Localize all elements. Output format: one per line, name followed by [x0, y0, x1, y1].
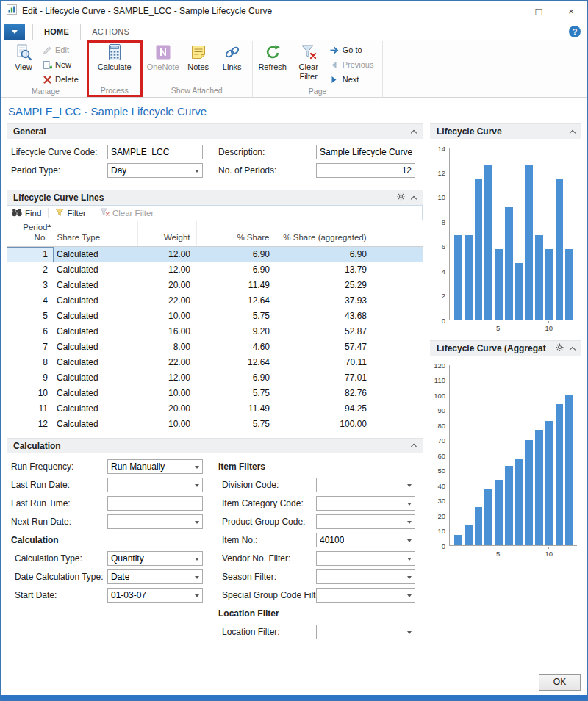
- start-date-field[interactable]: 01-03-07: [107, 588, 203, 603]
- dropdown-arrow-icon[interactable]: [195, 521, 199, 526]
- filter-button[interactable]: Filter: [55, 208, 86, 218]
- lifecycle-curve-code-field[interactable]: SAMPLE_LCC: [107, 145, 203, 159]
- table-cell[interactable]: 77.01: [276, 370, 373, 386]
- table-row[interactable]: 12Calculated10.005.75100.00: [7, 417, 423, 432]
- tab-home[interactable]: HOME: [32, 24, 81, 40]
- table-cell[interactable]: 16.00: [137, 324, 196, 339]
- dropdown-arrow-icon[interactable]: [195, 576, 199, 581]
- column-header-share-type[interactable]: Share Type: [54, 221, 137, 246]
- table-cell[interactable]: 12.00: [137, 262, 196, 278]
- column-header-period-no[interactable]: Period No.: [7, 221, 54, 246]
- help-icon[interactable]: ?: [569, 26, 581, 37]
- table-cell[interactable]: 10: [7, 386, 54, 401]
- dropdown-arrow-icon[interactable]: [407, 594, 412, 600]
- dropdown-arrow-icon[interactable]: [407, 539, 412, 544]
- no-of-periods-field[interactable]: 12: [316, 163, 415, 178]
- table-cell[interactable]: 5: [7, 309, 54, 324]
- table-cell[interactable]: 43.68: [276, 309, 373, 324]
- table-cell[interactable]: 10.00: [137, 417, 196, 432]
- table-cell[interactable]: 94.25: [276, 401, 373, 417]
- table-row[interactable]: 11Calculated20.0011.4994.25: [7, 401, 423, 417]
- table-cell[interactable]: 10.00: [137, 309, 196, 324]
- dropdown-arrow-icon[interactable]: [407, 576, 412, 581]
- description-field[interactable]: Sample Lifecycle Curve: [316, 145, 415, 159]
- table-cell[interactable]: 12.00: [137, 370, 196, 386]
- tab-actions[interactable]: ACTIONS: [81, 24, 140, 40]
- onenote-button[interactable]: OneNote: [145, 41, 182, 72]
- table-cell[interactable]: 5.75: [196, 417, 276, 432]
- dropdown-arrow-icon[interactable]: [195, 170, 199, 175]
- table-cell[interactable]: 11.49: [196, 401, 276, 417]
- calculation-type-field[interactable]: Quantity: [107, 551, 203, 566]
- table-row[interactable]: 5Calculated10.005.7543.68: [7, 309, 423, 324]
- section-lines-header[interactable]: Lifecycle Curve Lines: [7, 190, 423, 205]
- table-cell[interactable]: 52.87: [276, 324, 373, 339]
- table-cell[interactable]: 20.00: [137, 278, 196, 293]
- section-calculation-header[interactable]: Calculation: [7, 438, 423, 453]
- table-cell[interactable]: Calculated: [54, 355, 137, 370]
- table-cell[interactable]: 100.00: [276, 417, 373, 432]
- maximize-button[interactable]: □: [523, 1, 555, 21]
- dropdown-arrow-icon[interactable]: [407, 631, 412, 636]
- table-cell[interactable]: 4: [7, 293, 54, 309]
- table-cell[interactable]: Calculated: [54, 324, 137, 339]
- table-row[interactable]: 4Calculated22.0012.6437.93: [7, 293, 423, 309]
- table-cell[interactable]: 5.75: [196, 386, 276, 401]
- table-cell[interactable]: 6.90: [196, 246, 276, 262]
- item-category-code-field[interactable]: [316, 496, 415, 511]
- table-cell[interactable]: Calculated: [54, 293, 137, 309]
- table-cell[interactable]: 70.11: [276, 355, 373, 370]
- chart-aggregated-header[interactable]: Lifecycle Curve (Aggregat: [430, 340, 581, 356]
- table-cell[interactable]: 9.20: [196, 324, 276, 339]
- refresh-button[interactable]: Refresh: [256, 41, 290, 72]
- table-row[interactable]: 6Calculated16.009.2052.87: [7, 324, 423, 339]
- table-cell[interactable]: Calculated: [54, 401, 137, 417]
- collapse-chevron-icon[interactable]: [411, 444, 417, 450]
- column-header-weight[interactable]: Weight: [137, 221, 196, 246]
- table-cell[interactable]: 6.90: [196, 370, 276, 386]
- table-cell[interactable]: 57.47: [276, 339, 373, 355]
- collapse-chevron-icon[interactable]: [411, 195, 417, 201]
- previous-button[interactable]: Previous: [328, 58, 380, 71]
- table-cell[interactable]: 10.00: [137, 386, 196, 401]
- find-button[interactable]: Find: [12, 208, 41, 218]
- table-cell[interactable]: 3: [7, 278, 54, 293]
- table-cell[interactable]: 7: [7, 339, 54, 355]
- table-cell[interactable]: 1: [7, 246, 54, 262]
- dropdown-arrow-icon[interactable]: [407, 558, 412, 563]
- next-run-date-field[interactable]: [107, 514, 203, 529]
- last-run-date-field[interactable]: [107, 478, 203, 492]
- table-cell[interactable]: 8.00: [137, 339, 196, 355]
- table-cell[interactable]: Calculated: [54, 417, 137, 432]
- item-no-field[interactable]: 40100: [316, 533, 415, 547]
- table-row[interactable]: 3Calculated20.0011.4925.29: [7, 278, 423, 293]
- minimize-button[interactable]: –: [490, 1, 523, 21]
- table-row[interactable]: 9Calculated12.006.9077.01: [7, 370, 423, 386]
- collapse-chevron-icon[interactable]: [411, 129, 417, 135]
- table-cell[interactable]: 25.29: [276, 278, 373, 293]
- clear-filter-toolbar-button[interactable]: Clear Filter: [100, 208, 154, 218]
- product-group-code-field[interactable]: [316, 514, 415, 529]
- table-cell[interactable]: 37.93: [276, 293, 373, 309]
- table-cell[interactable]: 6: [7, 324, 54, 339]
- new-button[interactable]: New: [40, 58, 85, 71]
- section-general-header[interactable]: General: [7, 123, 423, 139]
- delete-button[interactable]: Delete: [40, 73, 85, 86]
- table-cell[interactable]: 12.64: [196, 293, 276, 309]
- actions-gear-icon[interactable]: [397, 193, 405, 203]
- table-cell[interactable]: 4.60: [196, 339, 276, 355]
- table-cell[interactable]: 11.49: [196, 278, 276, 293]
- table-row[interactable]: 8Calculated22.0012.6470.11: [7, 355, 423, 370]
- dropdown-arrow-icon[interactable]: [195, 594, 199, 600]
- edit-button[interactable]: Edit: [40, 43, 85, 57]
- collapse-chevron-icon[interactable]: [570, 129, 576, 135]
- table-cell[interactable]: Calculated: [54, 246, 137, 262]
- collapse-chevron-icon[interactable]: [570, 346, 576, 352]
- table-row[interactable]: 1Calculated12.006.906.90: [7, 246, 423, 262]
- app-menu-button[interactable]: [4, 24, 25, 40]
- season-filter-field[interactable]: [316, 569, 415, 584]
- next-button[interactable]: Next: [328, 73, 380, 86]
- table-cell[interactable]: 6.90: [196, 262, 276, 278]
- dropdown-arrow-icon[interactable]: [407, 484, 412, 489]
- special-group-code-filter-field[interactable]: [316, 588, 415, 603]
